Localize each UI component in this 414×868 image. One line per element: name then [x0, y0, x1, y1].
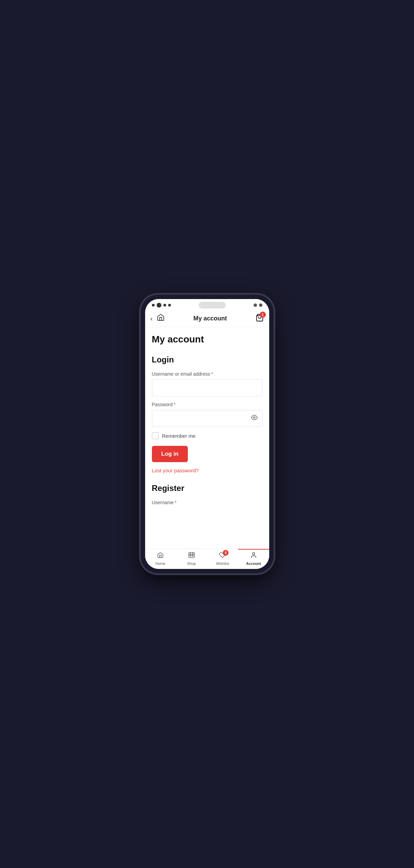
home-tab-svg: [157, 552, 164, 558]
password-label: Password*: [152, 402, 262, 407]
lost-password-link[interactable]: Lost your password?: [152, 468, 262, 473]
wishlist-tab-icon: 0: [219, 552, 226, 560]
status-bar: [145, 299, 269, 310]
shop-tab-label: Shop: [187, 561, 196, 566]
account-tab-label: Account: [246, 561, 261, 566]
remember-me-row: Remember me: [152, 432, 262, 439]
svg-point-1: [253, 417, 255, 418]
register-section: Register Username*: [152, 484, 262, 515]
sensor-dot: [259, 303, 262, 307]
page-title: My account: [152, 334, 262, 345]
password-input[interactable]: [152, 410, 262, 427]
status-notch: [199, 302, 226, 309]
username-input[interactable]: [152, 379, 262, 396]
status-dot-3: [163, 304, 166, 307]
home-tab-label: Home: [156, 561, 165, 566]
svg-rect-3: [190, 555, 191, 556]
wishlist-badge: 0: [223, 550, 229, 556]
username-field-group: Username or email address*: [152, 371, 262, 402]
svg-rect-2: [189, 553, 194, 558]
nav-title-wrapper: My account: [165, 315, 255, 322]
cart-button[interactable]: 1: [256, 314, 264, 323]
home-tab-icon: [157, 552, 164, 560]
nav-title: My account: [165, 315, 255, 322]
login-button[interactable]: Log in: [152, 446, 188, 462]
shop-tab-svg: [188, 552, 195, 558]
nav-item-home[interactable]: Home: [145, 552, 176, 566]
cart-badge: 1: [260, 312, 266, 318]
login-section: Login Username or email address* Passwor…: [152, 355, 262, 473]
status-dot-1: [152, 304, 155, 307]
svg-point-5: [252, 553, 255, 555]
wishlist-tab-label: Wishlist: [216, 561, 229, 566]
register-username-required-star: *: [175, 500, 176, 505]
phone-screen: ‹ My account 1: [145, 299, 269, 569]
back-button[interactable]: ‹: [151, 315, 153, 322]
status-dot-4: [168, 304, 171, 307]
remember-me-label: Remember me: [162, 433, 196, 439]
username-label: Username or email address*: [152, 371, 262, 377]
home-nav-icon[interactable]: [157, 313, 165, 323]
nav-left-group: ‹: [151, 313, 165, 323]
account-tab-icon: [250, 552, 257, 560]
account-tab-svg: [250, 552, 257, 558]
shop-tab-icon: [188, 552, 195, 560]
nav-item-account[interactable]: Account: [238, 549, 269, 566]
phone-frame: ‹ My account 1: [141, 295, 273, 573]
register-username-group: Username*: [152, 500, 262, 505]
status-right: [254, 303, 262, 307]
remember-me-checkbox[interactable]: [152, 432, 159, 439]
password-wrapper: [152, 410, 262, 427]
top-nav: ‹ My account 1: [145, 310, 269, 327]
nav-item-wishlist[interactable]: 0 Wishlist: [207, 552, 238, 566]
password-field-group: Password*: [152, 402, 262, 427]
bottom-nav: Home Shop: [145, 549, 269, 569]
nav-item-shop[interactable]: Shop: [176, 552, 207, 566]
camera-icon: [254, 303, 257, 307]
register-username-label: Username*: [152, 500, 262, 505]
login-section-title: Login: [152, 355, 262, 364]
password-required-star: *: [174, 402, 175, 407]
register-section-title: Register: [152, 484, 262, 493]
main-content: My account Login Username or email addre…: [145, 327, 269, 549]
status-left: [152, 303, 171, 308]
eye-icon-svg: [251, 414, 258, 421]
status-dot-2: [157, 303, 161, 308]
svg-rect-4: [192, 555, 193, 556]
username-required-star: *: [211, 371, 213, 377]
show-password-icon[interactable]: [251, 414, 258, 423]
